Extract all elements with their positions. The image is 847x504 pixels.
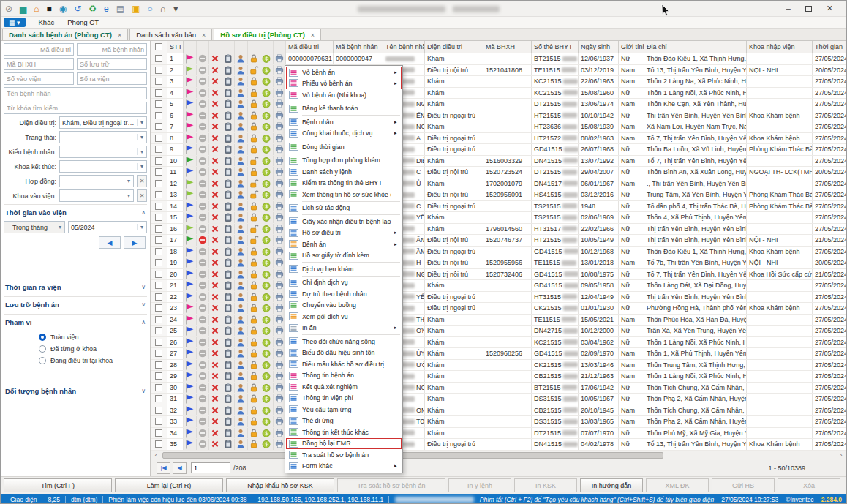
record-cell[interactable] — [222, 110, 236, 121]
patient-cell[interactable] — [235, 65, 248, 76]
minimize-button[interactable]: – — [786, 4, 791, 12]
patient-cell[interactable] — [235, 99, 248, 110]
lock-cell[interactable] — [248, 110, 261, 121]
scroll-right-icon[interactable]: › — [836, 452, 846, 459]
restore-button[interactable] — [805, 6, 812, 12]
app-menu-button[interactable]: ▦ ▾ — [4, 18, 26, 27]
record-cell[interactable] — [222, 178, 236, 189]
delete-cell[interactable] — [209, 247, 222, 257]
status-cell[interactable] — [197, 76, 210, 87]
status-cell[interactable] — [197, 110, 210, 121]
lock-cell[interactable] — [248, 144, 261, 155]
patient-cell[interactable] — [235, 292, 248, 303]
record-cell[interactable] — [222, 280, 236, 291]
record-cell[interactable] — [222, 224, 236, 235]
row-checkbox[interactable] — [151, 428, 167, 439]
status-giao-dien[interactable]: Giao diện — [5, 496, 42, 503]
row-checkbox[interactable] — [151, 337, 167, 348]
ban-icon[interactable]: ⊘ — [5, 4, 12, 13]
fee-cell[interactable] — [260, 337, 274, 348]
khoa-ket-thuc-select[interactable]: ▾ — [59, 160, 147, 173]
table-row[interactable]: 32 000000 ỌN Khám CB21515 20/10/1945 Nam… — [151, 405, 846, 417]
delete-cell[interactable] — [209, 189, 222, 200]
row-checkbox[interactable] — [151, 121, 167, 132]
flag-cell[interactable] — [184, 303, 197, 314]
flag-cell[interactable] — [184, 292, 197, 303]
fee-cell[interactable] — [260, 99, 274, 110]
patient-cell[interactable] — [235, 167, 248, 178]
patient-cell[interactable] — [235, 247, 248, 257]
radio-Đang điều trị tại khoa[interactable]: Đang điều trị tại khoa — [39, 357, 147, 364]
row-checkbox[interactable] — [151, 212, 167, 223]
select-all-checkbox[interactable] — [151, 41, 167, 53]
lock-cell[interactable] — [248, 360, 261, 371]
flag-cell[interactable] — [184, 405, 197, 416]
table-row[interactable]: 18 000000 ẦM Điều trị ngoại trú GD41515 … — [151, 247, 846, 258]
flag-cell[interactable] — [184, 247, 197, 257]
patient-cell[interactable] — [235, 156, 248, 167]
patient-cell[interactable] — [235, 144, 248, 155]
record-cell[interactable] — [222, 439, 236, 450]
status-cell[interactable] — [197, 178, 210, 189]
row-checkbox[interactable] — [151, 303, 167, 314]
patient-cell[interactable] — [235, 280, 248, 291]
record-cell[interactable] — [222, 269, 236, 280]
flag-cell[interactable] — [184, 315, 197, 326]
fee-cell[interactable] — [260, 224, 274, 235]
row-checkbox[interactable] — [151, 189, 167, 200]
row-checkbox[interactable] — [151, 201, 167, 212]
menu-item[interactable]: Hồ sơ điều trị▸ — [286, 227, 402, 239]
lock-cell[interactable] — [248, 292, 261, 303]
patient-cell[interactable] — [235, 303, 248, 314]
patient-cell[interactable] — [235, 121, 248, 132]
month-select[interactable]: 05/2024▾ — [68, 221, 147, 233]
flag-cell[interactable] — [184, 348, 197, 359]
status-cell[interactable] — [197, 212, 210, 223]
col-thoi-gian[interactable]: Thời gian — [813, 41, 846, 53]
col-ma-dieu-tri[interactable]: Mã điều trị — [286, 41, 334, 53]
delete-cell[interactable] — [209, 121, 222, 132]
flag-cell[interactable] — [184, 189, 197, 200]
menu-item[interactable]: Dòng thời gian — [286, 141, 402, 153]
delete-cell[interactable] — [209, 133, 222, 144]
close-button[interactable]: ✕ — [827, 4, 833, 12]
lock-cell[interactable] — [248, 405, 261, 416]
lock-cell[interactable] — [248, 167, 261, 178]
chart-icon[interactable]: ▅ — [20, 4, 26, 13]
status-cell[interactable] — [197, 303, 210, 314]
record-cell[interactable] — [222, 167, 236, 178]
delete-cell[interactable] — [209, 201, 222, 212]
so-luu-tru-input[interactable] — [77, 58, 147, 70]
row-checkbox[interactable] — [151, 99, 167, 110]
lock-cell[interactable] — [248, 201, 261, 212]
lock-cell[interactable] — [248, 394, 261, 405]
refresh-icon[interactable]: ♻ — [89, 4, 97, 13]
lock-cell[interactable] — [248, 348, 261, 359]
menu-item[interactable]: Hồ sơ giấy tờ đính kèm — [286, 250, 402, 262]
lock-cell[interactable] — [248, 439, 261, 450]
flag-cell[interactable] — [184, 212, 197, 223]
fee-cell[interactable] — [260, 383, 274, 394]
flag-cell[interactable] — [184, 383, 197, 394]
delete-cell[interactable] — [209, 167, 222, 178]
fee-cell[interactable] — [260, 394, 274, 405]
browser-icon[interactable]: e — [104, 4, 109, 13]
status-cell[interactable] — [197, 337, 210, 348]
flag-cell[interactable] — [184, 394, 197, 405]
lock-cell[interactable] — [248, 53, 261, 64]
patient-cell[interactable] — [235, 439, 248, 450]
lock-cell[interactable] — [248, 212, 261, 223]
record-cell[interactable] — [222, 235, 236, 246]
fee-cell[interactable] — [260, 88, 274, 99]
flag-cell[interactable] — [184, 416, 197, 427]
record-cell[interactable] — [222, 405, 236, 416]
record-cell[interactable] — [222, 201, 236, 212]
delete-cell[interactable] — [209, 224, 222, 235]
row-checkbox[interactable] — [151, 224, 167, 235]
lock-cell[interactable] — [248, 416, 261, 427]
menu-item[interactable]: Dự trù theo bệnh nhân — [286, 288, 402, 300]
home-icon[interactable]: ⌂ — [34, 4, 39, 13]
ma-bhxh-input[interactable] — [4, 58, 74, 70]
fee-cell[interactable] — [260, 144, 274, 155]
fee-cell[interactable] — [260, 360, 274, 371]
